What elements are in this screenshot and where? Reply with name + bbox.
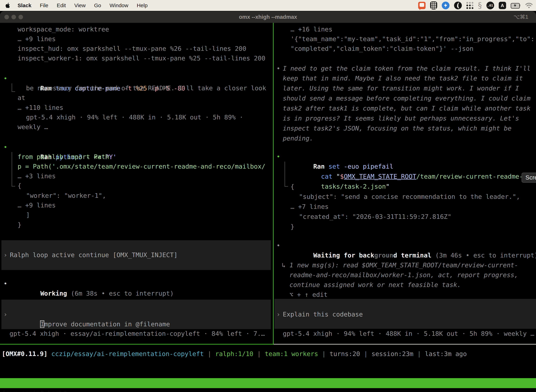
reasoning-line: keep that in mind. Maybe I also need the… xyxy=(283,73,523,83)
log-line: … +9 lines xyxy=(18,34,56,44)
omx-status-line: [OMX#0.11.9] cczip/essay/ai-reimplementa… xyxy=(2,349,467,359)
bullet-icon: • xyxy=(4,74,7,84)
model-status-line: gpt-5.4 xhigh · 94% left · 488K in · 5.1… xyxy=(283,329,534,339)
dark-crescent-icon[interactable] xyxy=(454,2,462,9)
working-label: Working xyxy=(40,290,67,297)
output-connector-line xyxy=(12,84,12,92)
reasoning-line: later. Using the same for transition mig… xyxy=(283,84,519,93)
ralph-banner-arrow: › xyxy=(4,250,7,260)
omx-turns: turns:20 xyxy=(330,350,360,357)
pane-border-inactive xyxy=(274,344,536,345)
output-line: gpt-5.4 xhigh · 94% left · 488K in · 5.1… xyxy=(26,112,243,122)
code-line: tasks/task-2.json" xyxy=(291,172,390,182)
reasoning-line: task2 after task1 is complete, but can I… xyxy=(283,103,531,113)
log-line: inspect_worker-1: omx sparkshell --tmux-… xyxy=(18,53,265,63)
output-line: } xyxy=(291,222,294,232)
omx-version: [OMX#0.11.9] xyxy=(2,350,48,357)
omx-team: team:1 workers xyxy=(265,350,318,357)
window-title-bar[interactable]: omx --xhigh --madmax ⌥⌘1 xyxy=(0,11,536,23)
left-pane[interactable]: workspace_mode: worktree … +9 lines insp… xyxy=(0,23,273,344)
tmux-session-name[interactable]: [omx-cczip0:bash* xyxy=(2,388,67,392)
bullet-icon: • xyxy=(4,279,7,289)
squiggle-icon[interactable]: § xyxy=(478,2,482,9)
window-title: omx --xhigh --madmax xyxy=(0,11,536,23)
keypad-shield-icon[interactable] xyxy=(430,1,437,9)
menu-item-go[interactable]: Go xyxy=(94,2,101,9)
output-line: at xyxy=(18,93,25,103)
window-shortcut-hint: ⌥⌘1 xyxy=(513,11,528,23)
menu-status-icons: § ..61 A xyxy=(418,0,533,11)
output-line: { xyxy=(18,181,21,191)
output-line: "worker": "worker-1", xyxy=(26,191,106,201)
mailbox-msg-line: continue assigned work or next feasible … xyxy=(289,280,461,290)
screen-tooltip: Scre xyxy=(522,173,536,183)
menu-item-window[interactable]: Window xyxy=(110,2,128,9)
letter-a-icon[interactable]: A xyxy=(499,2,506,9)
code-line: cat "$OMX_TEAM_STATE_ROOT/team/review-cu… xyxy=(291,162,536,172)
working-status-line: Working (6m 38s • esc to interrupt) xyxy=(10,279,174,289)
output-line: ] xyxy=(26,210,30,220)
ran-command-line: Ran tmux capture-pane -t %25 -p -S -80 xyxy=(10,74,185,84)
battery-icon[interactable] xyxy=(511,3,521,8)
menu-item-edit[interactable]: Edit xyxy=(57,2,66,9)
bullet-icon: • xyxy=(277,64,280,73)
bullet-icon: • xyxy=(277,152,280,162)
menu-item-help[interactable]: Help xyxy=(137,2,148,9)
omx-session: session:23m xyxy=(372,350,413,357)
mailbox-msg-line: 1 new msg(s): read $OMX_TEAM_STATE_ROOT/… xyxy=(289,260,518,270)
reasoning-line: should send a message before completing … xyxy=(283,93,531,103)
terminal-content: workspace_mode: worktree … +9 lines insp… xyxy=(0,23,536,392)
menu-bar: Slack File Edit View Go Window Help § ..… xyxy=(0,0,536,11)
omx-workspace: cczip/essay/ai-reimplementation-copyleft xyxy=(51,350,204,357)
reasoning-line: is in progress? It seems likely but perh… xyxy=(283,113,519,123)
omx-ralph: ralph:1/10 xyxy=(215,350,254,357)
log-line: "completed","claim_token":"claim-token"}… xyxy=(291,44,474,54)
terminal-window: omx --xhigh --madmax ⌥⌘1 workspace_mode:… xyxy=(0,11,536,392)
blue-bolt-icon[interactable] xyxy=(442,2,450,9)
mailbox-arrow-icon: ↳ xyxy=(282,260,286,270)
right-pane[interactable]: … +16 lines '{"team_name":"my-team","tas… xyxy=(274,23,536,344)
output-line: weekly … xyxy=(18,122,48,132)
ralph-banner-text: Ralph loop active continue [OMX_TMUX_INJ… xyxy=(10,250,178,260)
waiting-status-line: Waiting for background terminal (3m 46s … xyxy=(283,241,536,250)
working-detail: (6m 38s • esc to interrupt) xyxy=(67,290,174,297)
edit-hint: ⌥ + ↑ edit xyxy=(289,290,328,300)
text-cursor: I xyxy=(40,321,44,328)
menu-app-name[interactable]: Slack xyxy=(18,2,31,9)
mailbox-msg-line: readme-and-reco/mailbox/worker-1.json, a… xyxy=(289,270,518,280)
code-line: from pathlib import Path xyxy=(18,152,109,162)
wifi-icon[interactable] xyxy=(525,2,533,9)
reasoning-line: pending. xyxy=(283,134,313,143)
output-connector-corner xyxy=(12,186,15,187)
log-line: … +16 lines xyxy=(291,24,332,34)
output-line: "subject": "send a concise recommendatio… xyxy=(299,192,520,202)
dots-grid-icon[interactable] xyxy=(466,2,474,9)
bullet-icon: • xyxy=(277,241,280,250)
output-line: { xyxy=(291,182,294,191)
omx-last: last:3m ago xyxy=(425,350,467,357)
reasoning-line: inspect task2's JSON, focusing on the st… xyxy=(283,123,511,133)
apple-icon[interactable] xyxy=(5,2,10,9)
prompt-input-text[interactable]: Explain this codebase xyxy=(283,309,363,319)
output-connector-line xyxy=(285,162,285,187)
waiting-detail: (3m 46s • esc to interrupt) xyxy=(431,252,536,259)
battery-percent-icon[interactable]: ..61 xyxy=(486,2,494,9)
menu-item-file[interactable]: File xyxy=(40,2,48,9)
bullet-icon: • xyxy=(4,142,7,152)
output-line: … +3 lines xyxy=(18,171,56,181)
output-connector-corner xyxy=(12,91,15,92)
output-line: be necessary for the end of the README. … xyxy=(26,83,266,93)
code-line: p = Path('.omx/state/team/review-current… xyxy=(18,162,265,171)
screen: { "menu_bar": { "app_name": "Slack", "it… xyxy=(0,0,536,392)
output-connector-corner xyxy=(285,186,288,187)
menu-item-view[interactable]: View xyxy=(74,2,86,9)
chat-app-icon[interactable] xyxy=(418,2,426,9)
prompt-input-text[interactable]: Improve documentation in @filename xyxy=(10,309,170,319)
output-line: } xyxy=(18,220,21,230)
output-line: … +7 lines xyxy=(291,202,329,212)
ran-command-line: Ran set -euo pipefail xyxy=(283,152,393,162)
log-line: workspace_mode: worktree xyxy=(18,24,109,34)
pane-border-active xyxy=(0,344,274,345)
reasoning-line: I need to get the claim token from the c… xyxy=(283,64,531,73)
output-line: … +9 lines xyxy=(18,201,56,210)
